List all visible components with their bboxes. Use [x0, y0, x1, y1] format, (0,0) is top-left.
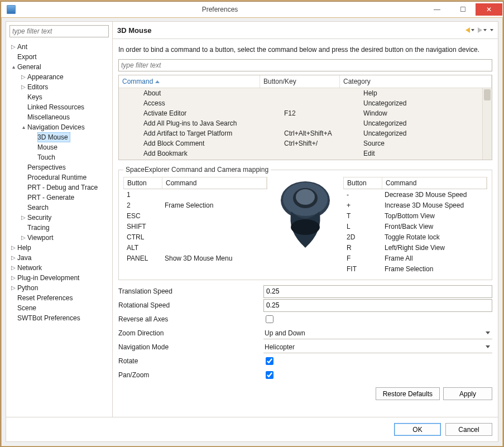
command-filter-input[interactable] — [118, 59, 492, 71]
table-row[interactable]: ESC — [123, 210, 267, 221]
navigation-mode-select[interactable]: Helicopter — [263, 342, 492, 353]
tree-item[interactable]: ▷Plug-in Development — [7, 273, 112, 283]
disclosure-icon[interactable]: ▴ — [9, 62, 17, 72]
tree-item[interactable]: ▷Procedural Runtime — [7, 172, 112, 182]
title-bar[interactable]: Preferences — ☐ ✕ — [1, 2, 503, 18]
disclosure-icon[interactable]: ▷ — [9, 263, 17, 273]
table-row[interactable]: RLeft/Right Side View — [343, 242, 487, 253]
disclosure-icon[interactable]: ▷ — [20, 72, 27, 82]
panzoom-checkbox[interactable] — [266, 371, 273, 379]
table-row[interactable]: CTRL — [123, 232, 267, 242]
disclosure-icon[interactable]: ▷ — [20, 203, 27, 213]
tree-item[interactable]: ▷Mouse — [7, 142, 112, 152]
nav-back-button[interactable] — [465, 27, 474, 33]
tree-item[interactable]: ▷Reset Preferences — [7, 293, 112, 303]
disclosure-icon[interactable]: ▷ — [9, 283, 17, 293]
table-row[interactable]: FFrame All — [343, 253, 487, 263]
close-button[interactable]: ✕ — [476, 3, 502, 16]
table-row[interactable]: 2DToggle Rotate lock — [343, 232, 487, 242]
table-row[interactable]: ALT — [123, 242, 267, 253]
tree-item[interactable]: ▷Security — [7, 213, 112, 223]
tree-item[interactable]: ▷Scene — [7, 303, 112, 313]
table-row[interactable]: 1 — [123, 189, 267, 200]
table-row[interactable]: TTop/Bottom View — [343, 210, 487, 221]
disclosure-icon[interactable]: ▷ — [9, 303, 17, 313]
table-row[interactable]: FITFrame Selection — [343, 263, 487, 274]
disclosure-icon[interactable]: ▷ — [9, 293, 17, 303]
disclosure-icon[interactable]: ▷ — [20, 162, 27, 172]
preferences-tree[interactable]: ▷Ant▷Export▴General▷Appearance▷Editors▷K… — [6, 41, 112, 417]
disclosure-icon[interactable]: ▷ — [9, 42, 17, 52]
tree-item[interactable]: ▷Perspectives — [7, 162, 112, 172]
translation-speed-input[interactable] — [263, 285, 492, 298]
disclosure-icon[interactable]: ▷ — [9, 313, 17, 323]
restore-defaults-button[interactable]: Restore Defaults — [376, 387, 440, 400]
disclosure-icon[interactable]: ▷ — [9, 52, 17, 62]
tree-item[interactable]: ▷Export — [7, 52, 112, 62]
col-command[interactable]: Command — [119, 75, 260, 88]
command-table-header[interactable]: Command Button/Key Category — [119, 75, 492, 88]
tree-item[interactable]: ▷Java — [7, 253, 112, 263]
col-command[interactable]: Command — [382, 177, 487, 189]
disclosure-icon[interactable]: ▷ — [20, 193, 27, 203]
table-row[interactable]: Add Artifact to Target PlatformCtrl+Alt+… — [119, 128, 492, 138]
mapping-right-table[interactable]: Button Command -Decrease 3D Mouse Speed+… — [343, 177, 487, 274]
page-menu-button[interactable] — [490, 29, 493, 31]
table-row[interactable]: Add BookmarkUncategorized — [119, 158, 492, 160]
scroll-thumb[interactable] — [484, 89, 491, 100]
mapping-left-table[interactable]: Button Command 12Frame SelectionESCSHIFT… — [123, 177, 267, 274]
rotate-checkbox[interactable] — [266, 357, 273, 365]
reverse-axes-checkbox[interactable] — [266, 315, 273, 323]
disclosure-icon[interactable]: ▷ — [20, 182, 27, 193]
nav-forward-button[interactable] — [478, 27, 487, 33]
table-row[interactable]: Add Block CommentCtrl+Shift+/Source — [119, 138, 492, 148]
tree-item[interactable]: ▷PRT - Debug and Trace — [7, 182, 112, 193]
tree-item[interactable]: ▴Navigation Devices — [7, 122, 112, 132]
tree-item[interactable]: ▷Miscellaneous — [7, 112, 112, 122]
disclosure-icon[interactable]: ▷ — [30, 152, 37, 162]
maximize-button[interactable]: ☐ — [450, 3, 476, 16]
tree-item[interactable]: ▴General — [7, 62, 112, 72]
table-row[interactable]: AboutHelp — [119, 88, 492, 98]
tree-item[interactable]: ▷3D Mouse — [7, 132, 112, 142]
col-category[interactable]: Category — [340, 75, 492, 88]
tree-item[interactable]: ▷Appearance — [7, 72, 112, 82]
tree-item[interactable]: ▷Python — [7, 283, 112, 293]
disclosure-icon[interactable]: ▷ — [20, 102, 27, 112]
tree-item[interactable]: ▷Help — [7, 243, 112, 253]
disclosure-icon[interactable]: ▷ — [20, 213, 27, 223]
zoom-direction-select[interactable]: Up and Down — [263, 328, 492, 339]
table-row[interactable]: PANELShow 3D Mouse Menu — [123, 253, 267, 263]
disclosure-icon[interactable]: ▷ — [9, 243, 17, 253]
col-button[interactable]: Button — [344, 177, 382, 189]
table-row[interactable]: -Decrease 3D Mouse Speed — [343, 189, 487, 200]
table-row[interactable]: Activate EditorF12Window — [119, 108, 492, 118]
apply-button[interactable]: Apply — [443, 387, 492, 400]
tree-item[interactable]: ▷SWTBot Preferences — [7, 313, 112, 323]
tree-item[interactable]: ▷Linked Ressources — [7, 102, 112, 112]
cancel-button[interactable]: Cancel — [445, 423, 492, 436]
tree-item[interactable]: ▷Editors — [7, 82, 112, 92]
tree-item[interactable]: ▷Touch — [7, 152, 112, 162]
disclosure-icon[interactable]: ▷ — [30, 132, 37, 142]
disclosure-icon[interactable]: ▷ — [20, 233, 27, 243]
disclosure-icon[interactable]: ▷ — [20, 92, 27, 102]
minimize-button[interactable]: — — [424, 3, 450, 16]
scrollbar[interactable] — [482, 88, 492, 160]
sidebar-filter-input[interactable] — [9, 25, 109, 37]
command-table[interactable]: Command Button/Key Category AboutHelpAcc… — [118, 75, 492, 160]
disclosure-icon[interactable]: ▷ — [20, 112, 27, 122]
table-row[interactable]: SHIFT — [123, 221, 267, 232]
disclosure-icon[interactable]: ▷ — [20, 223, 27, 233]
col-command[interactable]: Command — [162, 177, 267, 189]
table-row[interactable]: 2Frame Selection — [123, 200, 267, 210]
disclosure-icon[interactable]: ▴ — [20, 122, 27, 132]
tree-item[interactable]: ▷Viewport — [7, 233, 112, 243]
rotational-speed-input[interactable] — [263, 299, 492, 312]
col-button-key[interactable]: Button/Key — [260, 75, 340, 88]
tree-item[interactable]: ▷PRT - Generate — [7, 193, 112, 203]
table-row[interactable]: AccessUncategorized — [119, 98, 492, 108]
table-row[interactable]: LFront/Back View — [343, 221, 487, 232]
col-button[interactable]: Button — [124, 177, 162, 189]
disclosure-icon[interactable]: ▷ — [9, 273, 17, 283]
